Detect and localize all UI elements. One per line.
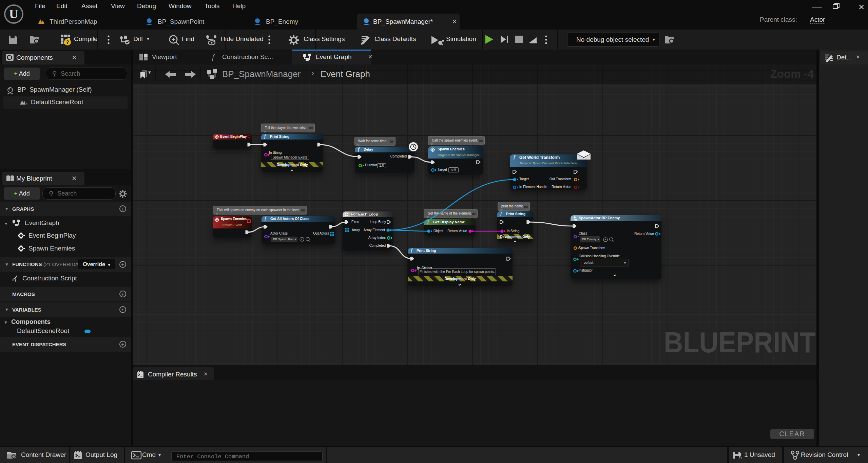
svg-text:?: ? [66, 39, 69, 45]
svg-text:U: U [9, 7, 18, 21]
svg-text:f: f [15, 275, 17, 282]
svg-text:C: C [25, 103, 28, 106]
